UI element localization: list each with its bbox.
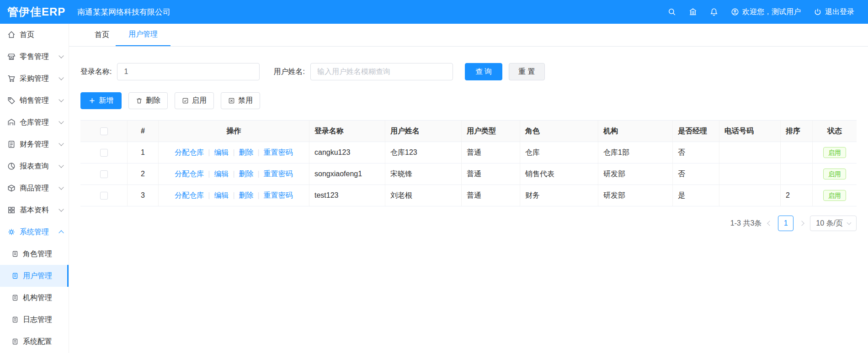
sidebar-item-goods[interactable]: 商品管理 [0, 177, 69, 199]
row-checkbox-cell [80, 185, 128, 206]
role-cell: 仓库 [520, 142, 598, 163]
logout-button[interactable]: 退出登录 [814, 7, 854, 17]
login-name-input[interactable] [117, 63, 260, 80]
sidebar-item-label: 零售管理 [20, 52, 49, 62]
org-cell: 研发部 [598, 163, 673, 184]
chevron-down-icon [59, 184, 64, 190]
table-header-row: # 操作 登录名称 用户姓名 用户类型 角色 机构 是否经理 电话号码 排序 状… [80, 121, 857, 142]
pagination: 1-3 共3条 1 10 条/页 [80, 216, 857, 231]
select-all-checkbox[interactable] [100, 127, 108, 135]
col-header-sort: 排序 [781, 121, 813, 142]
finance-icon [7, 140, 16, 148]
warehouse-icon [7, 118, 16, 126]
welcome-user[interactable]: 欢迎您，测试用户 [731, 7, 801, 17]
search-icon[interactable] [668, 8, 676, 16]
disable-button[interactable]: 禁用 [221, 92, 260, 109]
sidebar-item-reports[interactable]: 报表查询 [0, 155, 69, 177]
page-number-button[interactable]: 1 [778, 216, 793, 231]
header-checkbox-cell [80, 121, 128, 142]
sidebar-item-sales[interactable]: 销售管理 [0, 90, 69, 111]
chevron-down-icon [59, 163, 64, 168]
chevron-down-icon [59, 141, 64, 146]
col-header-name: 用户姓名 [385, 121, 462, 142]
assign-warehouse-link[interactable]: 分配仓库 [175, 169, 204, 179]
col-header-manager: 是否经理 [673, 121, 719, 142]
sidebar-item-home[interactable]: 首页 [0, 24, 69, 46]
op-separator [229, 148, 239, 157]
assign-warehouse-link[interactable]: 分配仓库 [175, 191, 204, 200]
document-icon [11, 338, 19, 345]
sidebar-subitem-label: 用户管理 [23, 271, 52, 281]
page-size-value: 10 条/页 [816, 219, 843, 228]
content-area: 登录名称: 用户姓名: 查 询 重 置 新增 删除 [69, 47, 868, 231]
assign-warehouse-link[interactable]: 分配仓库 [175, 148, 204, 158]
index-cell: 1 [128, 142, 159, 163]
sidebar-subitem-organizations[interactable]: 机构管理 [0, 287, 69, 309]
search-button[interactable]: 查 询 [465, 63, 502, 80]
row-checkbox[interactable] [100, 192, 108, 200]
table-row: 1 分配仓库编辑删除重置密码 cangku123 仓库123 普通 仓库 仓库1… [80, 142, 857, 163]
sidebar-item-label: 基本资料 [20, 205, 49, 215]
reset-password-link[interactable]: 重置密码 [264, 169, 293, 179]
reset-password-link[interactable]: 重置密码 [264, 191, 293, 200]
sidebar-item-label: 报表查询 [20, 162, 49, 171]
x-square-icon [228, 97, 235, 104]
status-badge: 启用 [823, 190, 846, 201]
edit-link[interactable]: 编辑 [214, 191, 229, 200]
page-size-select[interactable]: 10 条/页 [810, 216, 857, 231]
sidebar-item-label: 仓库管理 [20, 118, 49, 127]
sidebar-item-label: 财务管理 [20, 140, 49, 149]
chevron-down-icon [847, 221, 852, 225]
delete-link[interactable]: 删除 [239, 191, 254, 200]
sidebar-item-purchase[interactable]: 采购管理 [0, 68, 69, 90]
status-badge: 启用 [823, 169, 846, 180]
pagination-total: 1-3 共3条 [730, 219, 761, 228]
sidebar-item-finance[interactable]: 财务管理 [0, 133, 69, 155]
role-cell: 销售代表 [520, 163, 598, 184]
document-icon [11, 294, 19, 301]
login-cell: cangku123 [309, 142, 385, 163]
bell-icon[interactable] [710, 8, 718, 16]
chevron-down-icon [59, 206, 64, 211]
reset-password-link[interactable]: 重置密码 [264, 148, 293, 158]
add-button[interactable]: 新增 [80, 92, 122, 109]
sidebar-subitem-users[interactable]: 用户管理 [0, 265, 69, 287]
sidebar-subitem-label: 日志管理 [23, 315, 52, 325]
manager-cell: 否 [673, 163, 719, 184]
next-page-button[interactable] [799, 221, 804, 226]
sidebar-subitem-logs[interactable]: 日志管理 [0, 309, 69, 331]
edit-link[interactable]: 编辑 [214, 169, 229, 179]
sidebar-subitem-roles[interactable]: 角色管理 [0, 243, 69, 265]
tab-user-management[interactable]: 用户管理 [116, 24, 170, 46]
sidebar-item-label: 系统管理 [20, 227, 49, 237]
row-checkbox[interactable] [100, 149, 108, 157]
tab-home[interactable]: 首页 [88, 24, 116, 46]
sidebar-item-label: 商品管理 [20, 184, 49, 193]
row-checkbox[interactable] [100, 170, 108, 178]
toolbar: 新增 删除 启用 禁用 [80, 92, 857, 109]
user-name-input[interactable] [310, 63, 453, 80]
delete-button-label: 删除 [146, 96, 160, 105]
company-name: 南通某某网络科技有限公司 [77, 7, 170, 17]
status-cell: 启用 [813, 142, 857, 163]
bank-icon[interactable] [689, 8, 697, 16]
sidebar-item-retail[interactable]: 零售管理 [0, 46, 69, 68]
document-icon [11, 316, 19, 323]
enable-button[interactable]: 启用 [175, 92, 214, 109]
delete-button[interactable]: 删除 [128, 92, 168, 109]
reset-button[interactable]: 重 置 [509, 63, 544, 80]
sidebar-item-warehouse[interactable]: 仓库管理 [0, 111, 69, 133]
topbar: 管伊佳ERP 南通某某网络科技有限公司 欢迎您，测试用户 退出登录 [0, 0, 868, 24]
sidebar-item-system[interactable]: 系统管理 [0, 221, 69, 243]
edit-link[interactable]: 编辑 [214, 148, 229, 158]
delete-link[interactable]: 删除 [239, 148, 254, 158]
sidebar-subitem-system-config[interactable]: 系统配置 [0, 331, 69, 353]
manager-cell: 否 [673, 142, 719, 163]
app-logo[interactable]: 管伊佳ERP [0, 5, 69, 19]
add-button-label: 新增 [99, 96, 113, 105]
prev-page-button[interactable] [767, 221, 772, 226]
sort-cell: 2 [781, 185, 813, 206]
sidebar-item-basic-data[interactable]: 基本资料 [0, 199, 69, 221]
main-area: 首页 用户管理 登录名称: 用户姓名: 查 询 重 置 新增 [69, 24, 868, 353]
delete-link[interactable]: 删除 [239, 169, 254, 179]
